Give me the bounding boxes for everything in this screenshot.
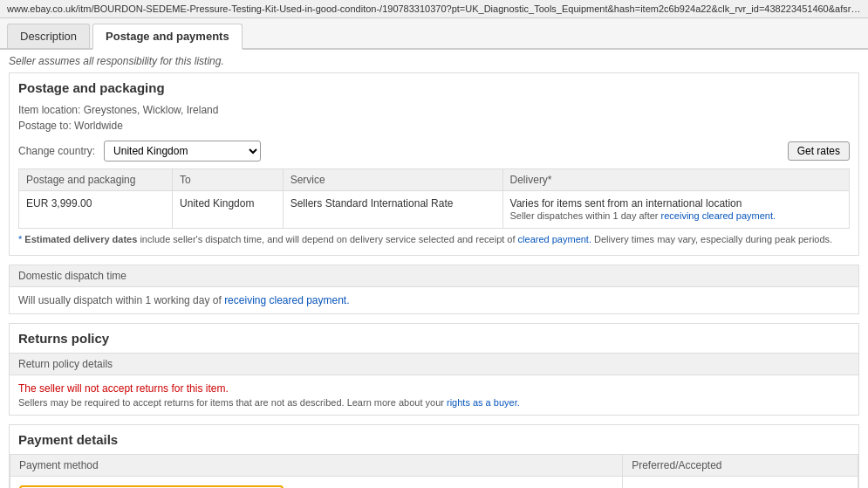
dispatch-header: Domestic dispatch time — [10, 265, 858, 287]
returns-no-accept: The seller will not accept returns for t… — [18, 382, 850, 395]
seller-notice: Seller assumes all responsibility for th… — [0, 50, 868, 72]
col-delivery: Delivery* — [502, 169, 849, 191]
returns-policy-section: Returns policy Return policy details The… — [9, 323, 859, 416]
returns-body: The seller will not accept returns for t… — [10, 375, 858, 415]
col-payment-method: Payment method — [10, 455, 623, 477]
payment-table-header-row: Payment method Preferred/Accepted — [10, 455, 858, 477]
change-country-row: Change country: United Kingdom United St… — [18, 134, 850, 168]
returns-sub: Sellers may be required to accept return… — [18, 397, 850, 408]
postage-packaging-body: Item location: Greystones, Wicklow, Irel… — [10, 102, 858, 255]
domestic-dispatch-section: Domestic dispatch time Will usually disp… — [9, 265, 859, 314]
url-text: www.ebay.co.uk/itm/BOURDON-SEDEME-Pressu… — [7, 3, 866, 14]
url-bar: www.ebay.co.uk/itm/BOURDON-SEDEME-Pressu… — [0, 0, 868, 18]
returns-policy-title: Returns policy — [10, 324, 858, 353]
postage-packaging-title: Postage and packaging — [10, 73, 858, 102]
dispatch-note: Seller dispatches within 1 day after rec… — [510, 210, 776, 221]
preferred-cell: PayPal preferred — [623, 477, 858, 489]
postage-table: Postage and packaging To Service Deliver… — [18, 168, 850, 229]
cleared-payment-link-1[interactable]: receiving cleared payment. — [661, 210, 776, 221]
payment-details-section: Payment details Payment method Preferred… — [9, 424, 859, 488]
estimated-dates-label: Estimated delivery dates — [24, 234, 137, 244]
returns-detail-header: Return policy details — [10, 353, 858, 375]
get-rates-button[interactable]: Get rates — [788, 141, 850, 161]
postage-table-header-row: Postage and packaging To Service Deliver… — [19, 169, 850, 191]
payment-details-title: Payment details — [10, 425, 858, 454]
tab-postage[interactable]: Postage and payments — [92, 24, 243, 50]
payment-table: Payment method Preferred/Accepted PayPal… — [10, 454, 858, 488]
delivery-note: * Estimated delivery dates include selle… — [18, 229, 850, 246]
table-row: EUR 3,999.00 United Kingdom Sellers Stan… — [19, 191, 850, 229]
country-select[interactable]: United Kingdom United States Australia G… — [104, 141, 261, 162]
tabs-row: Description Postage and payments — [0, 18, 868, 50]
tab-description[interactable]: Description — [7, 24, 90, 48]
payment-row: PayPal MC Mae VISA VISA AMEX ◑ DIRECT De… — [10, 477, 858, 489]
col-to: To — [173, 169, 284, 191]
postage-to-line: Postage to: Worldwide — [18, 118, 850, 134]
dispatch-body: Will usually dispatch within 1 working d… — [10, 287, 858, 313]
payment-method-cell: PayPal MC Mae VISA VISA AMEX ◑ DIRECT De… — [10, 477, 623, 489]
cell-delivery: Varies for items sent from an internatio… — [502, 191, 849, 229]
receiving-cleared-payment-link[interactable]: receiving cleared payment. — [224, 294, 349, 306]
col-postage: Postage and packaging — [19, 169, 173, 191]
cell-to: United Kingdom — [173, 191, 284, 229]
cleared-payment-link-2[interactable]: cleared payment. — [518, 234, 591, 244]
col-preferred: Preferred/Accepted — [623, 455, 858, 477]
cell-service: Sellers Standard International Rate — [283, 191, 502, 229]
postage-packaging-section: Postage and packaging Item location: Gre… — [9, 72, 859, 256]
cell-postage-amount: EUR 3,999.00 — [19, 191, 173, 229]
rights-as-buyer-link[interactable]: rights as a buyer. — [447, 397, 520, 408]
change-country-label: Change country: — [18, 145, 95, 157]
item-location-line: Item location: Greystones, Wicklow, Irel… — [18, 102, 850, 118]
col-service: Service — [283, 169, 502, 191]
